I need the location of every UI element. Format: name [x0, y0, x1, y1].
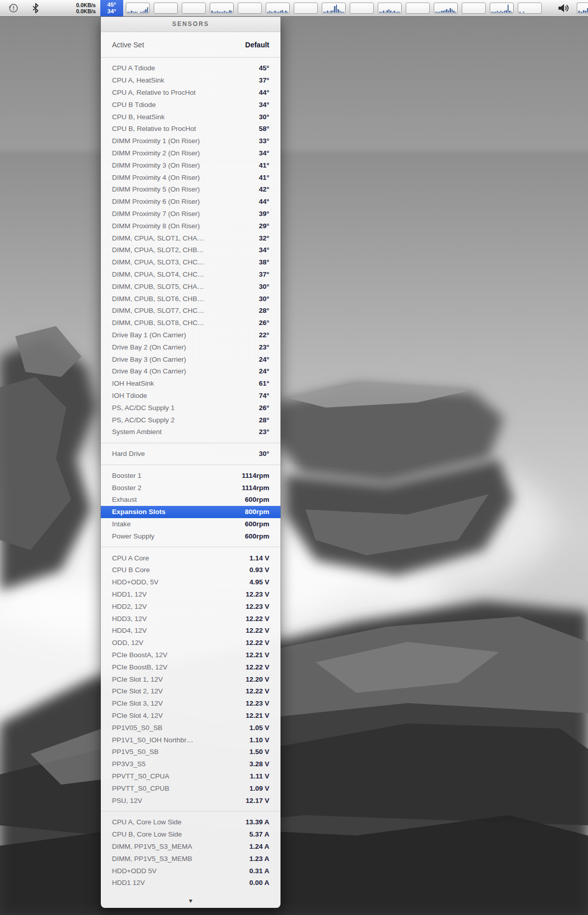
sensor-row[interactable]: HDD2, 12V12.23 V [101, 600, 281, 612]
sensor-row[interactable]: PP1V1_S0_IOH Northbr…1.10 V [101, 734, 281, 746]
sensor-graph-menu-item[interactable] [462, 3, 486, 14]
panel-title: SENSORS [101, 16, 281, 32]
sensor-row[interactable]: CPU B Tdiode34° [101, 98, 281, 111]
sensor-row[interactable]: System Ambient23° [101, 426, 281, 438]
sensor-row[interactable]: CPU A, HeatSink37° [101, 74, 281, 87]
sensor-row[interactable]: CPU B, Relative to ProcHot58° [101, 123, 281, 135]
scroll-down-indicator[interactable]: ▼ [101, 896, 281, 908]
sensor-graph-menu-item[interactable] [577, 3, 588, 14]
sensor-graph-menu-item[interactable] [322, 3, 346, 14]
sensor-row[interactable]: DIMM, CPUB, SLOT6, CHB…30° [101, 292, 281, 305]
sensors-dropdown-panel: SENSORS Active Set Default CPU A Tdiode4… [101, 16, 281, 908]
sensor-row[interactable]: Drive Bay 4 (On Carrier)24° [101, 365, 281, 378]
graph-bar [325, 12, 327, 13]
sensor-row[interactable]: DIMM, CPUB, SLOT5, CHA…30° [101, 280, 281, 292]
temperature-menu-item-active[interactable]: 45° 34° [100, 0, 123, 16]
bluetooth-icon[interactable] [30, 0, 42, 16]
sensor-row[interactable]: PCIe BoostA, 12V12.21 V [101, 649, 281, 661]
sensor-row[interactable]: HDD4, 12V12.22 V [101, 625, 281, 637]
sensor-row-selected[interactable]: Expansion Slots800rpm [101, 506, 281, 518]
sensor-row[interactable]: DIMM Proximity 1 (On Riser)33° [101, 135, 281, 147]
sensor-row[interactable]: Booster 21114rpm [101, 481, 281, 494]
active-set-row[interactable]: Active Set Default [101, 32, 281, 58]
sensor-row[interactable]: CPU A Tdiode45° [101, 62, 281, 74]
sensor-row[interactable]: HDD+ODD, 5V4.95 V [101, 576, 281, 588]
sensor-graph-menu-item[interactable] [406, 3, 430, 14]
sensor-value: 42° [255, 185, 269, 193]
sensor-row[interactable]: PS, AC/DC Supply 126° [101, 401, 281, 414]
sensor-row[interactable]: PCIe Slot 4, 12V12.21 V [101, 710, 281, 722]
sensor-graph-menu-item[interactable] [210, 3, 234, 14]
sensor-graph-menu-item[interactable] [266, 3, 290, 14]
sensor-row[interactable]: Power Supply600rpm [101, 530, 281, 542]
network-speed-menu-item[interactable]: 0.0KB/s 0.0KB/s [49, 2, 96, 14]
graph-bar [437, 12, 439, 13]
sensor-row[interactable]: PPVTT_S0_CPUB1.09 V [101, 782, 281, 794]
sensor-row[interactable]: PPVTT_S0_CPUA1.11 V [101, 770, 281, 783]
sensor-row[interactable]: DIMM, CPUA, SLOT2, CHB…34° [101, 244, 281, 256]
sensor-row[interactable]: IOH HeatSink61° [101, 378, 281, 390]
sensor-value: 12.22 V [241, 639, 269, 647]
sensor-label: DIMM Proximity 5 (On Riser) [112, 185, 200, 193]
sensor-row[interactable]: DIMM Proximity 2 (On Riser)34° [101, 147, 281, 159]
sensor-graph-menu-item[interactable] [378, 3, 402, 14]
sensor-label: PCIe Slot 1, 12V [112, 676, 163, 683]
sensor-graph-menu-item[interactable] [518, 3, 542, 14]
sensor-row[interactable]: DIMM Proximity 7 (On Riser)39° [101, 208, 281, 220]
sensor-row[interactable]: Drive Bay 2 (On Carrier)23° [101, 341, 281, 353]
sensor-row[interactable]: CPU A Core1.14 V [101, 552, 281, 564]
sensor-graph-menu-item[interactable] [182, 3, 206, 14]
sensor-row[interactable]: PSU, 12V12.17 V [101, 794, 281, 806]
sensor-graph-menu-item[interactable] [154, 3, 178, 14]
sensor-row[interactable]: HDD+ODD 5V0.31 A [101, 865, 281, 877]
sensor-row[interactable]: HDD1 12V0.00 A [101, 877, 281, 889]
sensor-row[interactable]: CPU B, HeatSink30° [101, 111, 281, 123]
sensor-graph-menu-item[interactable] [126, 3, 150, 14]
sensor-row[interactable]: DIMM Proximity 5 (On Riser)42° [101, 183, 281, 196]
sensor-row[interactable]: Drive Bay 1 (On Carrier)22° [101, 329, 281, 341]
sensor-row[interactable]: Drive Bay 3 (On Carrier)24° [101, 353, 281, 365]
sensor-graph-menu-item[interactable] [350, 3, 374, 14]
sensor-row[interactable]: Hard Drive30° [101, 448, 281, 460]
sensor-row[interactable]: PP1V05_S0_SB1.05 V [101, 721, 281, 734]
sensor-row[interactable]: PCIe Slot 3, 12V12.23 V [101, 697, 281, 710]
sensor-row[interactable]: DIMM Proximity 3 (On Riser)41° [101, 159, 281, 171]
sensor-row[interactable]: Exhaust600rpm [101, 494, 281, 506]
time-machine-alert-icon[interactable] [6, 0, 20, 16]
sensor-graph-menu-item[interactable] [238, 3, 262, 14]
sensor-value: 44° [255, 198, 269, 205]
sensor-graph-menu-item[interactable] [434, 3, 458, 14]
sensor-graph-menu-item[interactable] [490, 3, 514, 14]
graph-bar [444, 10, 446, 13]
sensor-row[interactable]: DIMM, CPUA, SLOT1, CHA…32° [101, 232, 281, 244]
sensor-row[interactable]: PCIe BoostB, 12V12.22 V [101, 661, 281, 673]
sensor-row[interactable]: PP3V3_S53.28 V [101, 758, 281, 770]
volume-icon[interactable] [555, 0, 572, 16]
sensor-row[interactable]: HDD1, 12V12.23 V [101, 588, 281, 601]
sensor-row[interactable]: PCIe Slot 2, 12V12.22 V [101, 685, 281, 697]
sensor-row[interactable]: HDD3, 12V12.22 V [101, 612, 281, 625]
sensor-row[interactable]: PCIe Slot 1, 12V12.20 V [101, 673, 281, 685]
sensor-row[interactable]: PP1V5_S0_SB1.50 V [101, 746, 281, 758]
sensor-label: CPU B, Core Low Side [112, 830, 182, 838]
sensor-row[interactable]: DIMM Proximity 8 (On Riser)29° [101, 220, 281, 232]
sensor-row[interactable]: DIMM, CPUB, SLOT8, CHC…26° [101, 317, 281, 329]
sensor-row[interactable]: IOH Tdiode74° [101, 390, 281, 402]
sensor-row[interactable]: Intake600rpm [101, 518, 281, 530]
sensor-row[interactable]: CPU A, Core Low Side13.39 A [101, 816, 281, 828]
sensor-row[interactable]: Booster 11114rpm [101, 470, 281, 482]
sensor-row[interactable]: DIMM, PP1V5_S3_MEMB1.23 A [101, 852, 281, 865]
sensor-row[interactable]: DIMM, CPUA, SLOT3, CHC…38° [101, 256, 281, 268]
sensor-row[interactable]: DIMM, PP1V5_S3_MEMA1.24 A [101, 841, 281, 853]
sensor-row[interactable]: DIMM Proximity 6 (On Riser)44° [101, 196, 281, 208]
sensor-row[interactable]: DIMM, CPUB, SLOT7, CHC…28° [101, 305, 281, 317]
sensor-value: 30° [255, 283, 269, 290]
sensor-row[interactable]: CPU B Core0.93 V [101, 564, 281, 576]
sensor-row[interactable]: ODD, 12V12.22 V [101, 637, 281, 649]
sensor-graph-menu-item[interactable] [294, 3, 318, 14]
sensor-row[interactable]: CPU B, Core Low Side5.37 A [101, 828, 281, 841]
sensor-row[interactable]: CPU A, Relative to ProcHot44° [101, 87, 281, 99]
sensor-row[interactable]: DIMM Proximity 4 (On Riser)41° [101, 171, 281, 183]
sensor-row[interactable]: DIMM, CPUA, SLOT4, CHC…37° [101, 268, 281, 281]
sensor-row[interactable]: PS, AC/DC Supply 228° [101, 414, 281, 426]
